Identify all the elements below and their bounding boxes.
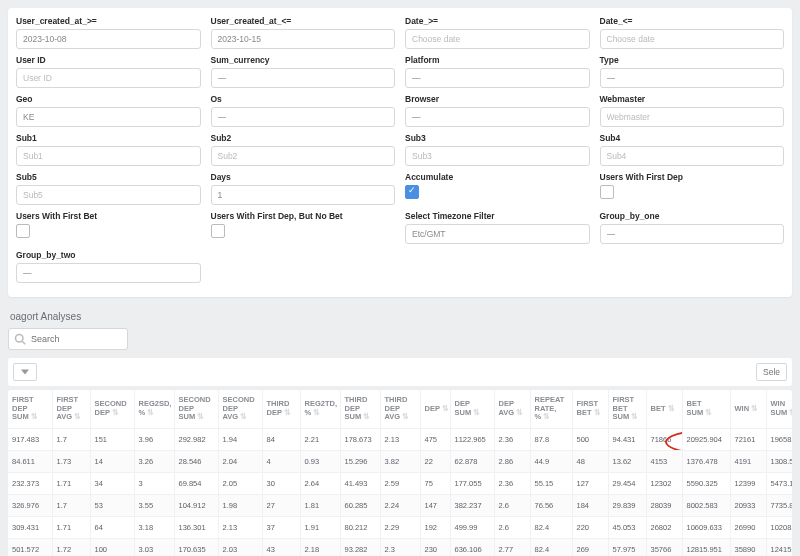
cell: 20925.904	[682, 428, 730, 450]
text-input[interactable]	[16, 68, 201, 88]
checkbox[interactable]	[211, 224, 225, 238]
svg-line-1	[22, 341, 25, 344]
select-input[interactable]: —	[211, 107, 396, 127]
field-empty	[211, 250, 396, 283]
cell: 7735.81	[766, 494, 792, 516]
col-header[interactable]: DEPAVG⇅	[494, 390, 530, 428]
analyses-table: FIRSTDEPSUM⇅FIRSTDEPAVG⇅SECONDDEP⇅REG2SD…	[8, 390, 792, 556]
col-header[interactable]: SECONDDEP⇅	[90, 390, 134, 428]
cell: 14	[90, 450, 134, 472]
col-header[interactable]: WINSUM⇅	[766, 390, 792, 428]
text-input[interactable]	[211, 29, 396, 49]
search-icon	[14, 333, 26, 345]
field-Select Timezone Filter: Select Timezone FilterEtc/GMT	[405, 211, 590, 244]
cell: 2.3	[380, 538, 420, 556]
text-input[interactable]	[600, 29, 785, 49]
field-Sub1: Sub1	[16, 133, 201, 166]
cell: 326.976	[8, 494, 52, 516]
col-header[interactable]: BET⇅	[646, 390, 682, 428]
checkbox[interactable]	[16, 224, 30, 238]
col-header[interactable]: FIRSTDEPAVG⇅	[52, 390, 90, 428]
cell: 1.71	[52, 472, 90, 494]
select-input[interactable]: —	[405, 68, 590, 88]
cell: 1.7	[52, 494, 90, 516]
select-input[interactable]: Etc/GMT	[405, 224, 590, 244]
table-row: 501.5721.721003.03170.6352.03432.1893.28…	[8, 538, 792, 556]
col-header[interactable]: BETSUM⇅	[682, 390, 730, 428]
text-input[interactable]	[405, 29, 590, 49]
select-input[interactable]: —	[405, 107, 590, 127]
checkbox[interactable]	[600, 185, 614, 199]
cell: 2.04	[218, 450, 262, 472]
col-header[interactable]: DEPSUM⇅	[450, 390, 494, 428]
col-header[interactable]: WIN⇅	[730, 390, 766, 428]
columns-dropdown[interactable]	[13, 363, 37, 381]
col-header[interactable]: THIRDDEP⇅	[262, 390, 300, 428]
select-button[interactable]: Sele	[756, 363, 787, 381]
col-header[interactable]: REG2SD,%⇅	[134, 390, 174, 428]
col-header[interactable]: SECONDDEPAVG⇅	[218, 390, 262, 428]
col-header[interactable]: SECONDDEPSUM⇅	[174, 390, 218, 428]
cell: 80.212	[340, 516, 380, 538]
select-input[interactable]: —	[600, 68, 785, 88]
field-label: Sub1	[16, 133, 201, 143]
col-header[interactable]: DEP⇅	[420, 390, 450, 428]
col-header[interactable]: FIRSTDEPSUM⇅	[8, 390, 52, 428]
cell: 499.99	[450, 516, 494, 538]
field-Sub3: Sub3	[405, 133, 590, 166]
select-input[interactable]: 1	[211, 185, 396, 205]
cell: 93.282	[340, 538, 380, 556]
cell: 177.055	[450, 472, 494, 494]
cell: 82.4	[530, 516, 572, 538]
cell: 4153	[646, 450, 682, 472]
cell: 76.56	[530, 494, 572, 516]
col-header[interactable]: REG2TD,%⇅	[300, 390, 340, 428]
cell: 43	[262, 538, 300, 556]
cell: 35890	[730, 538, 766, 556]
cell: 1308.50	[766, 450, 792, 472]
cell: 10208.9	[766, 516, 792, 538]
field-label: Date_>=	[405, 16, 590, 26]
field-Os: Os—	[211, 94, 396, 127]
select-input[interactable]: —	[211, 68, 396, 88]
text-input[interactable]	[405, 146, 590, 166]
select-input[interactable]: —	[16, 263, 201, 283]
checkbox[interactable]	[405, 185, 419, 199]
cell: 44.9	[530, 450, 572, 472]
col-header[interactable]: THIRDDEPAVG⇅	[380, 390, 420, 428]
field-label: User_created_at_<=	[211, 16, 396, 26]
cell: 636.106	[450, 538, 494, 556]
select-input[interactable]: KE	[16, 107, 201, 127]
cell: 2.36	[494, 428, 530, 450]
cell: 1.72	[52, 538, 90, 556]
text-input[interactable]	[211, 146, 396, 166]
col-header[interactable]: FIRSTBET⇅	[572, 390, 608, 428]
text-input[interactable]	[600, 146, 785, 166]
field-label: Users With First Dep	[600, 172, 785, 182]
text-input[interactable]	[16, 185, 201, 205]
col-header[interactable]: REPEATRATE,%⇅	[530, 390, 572, 428]
cell: 8002.583	[682, 494, 730, 516]
field-User ID: User ID	[16, 55, 201, 88]
cell: 1122.965	[450, 428, 494, 450]
cell: 0.93	[300, 450, 340, 472]
select-input[interactable]: —	[600, 224, 785, 244]
col-header[interactable]: FIRSTBETSUM⇅	[608, 390, 646, 428]
field-label: Sub4	[600, 133, 785, 143]
cell: 26802	[646, 516, 682, 538]
text-input[interactable]	[600, 107, 785, 127]
cell: 2.18	[300, 538, 340, 556]
col-header[interactable]: THIRDDEPSUM⇅	[340, 390, 380, 428]
cell: 1.81	[300, 494, 340, 516]
cell: 1.94	[218, 428, 262, 450]
cell: 3.82	[380, 450, 420, 472]
cell: 2.36	[494, 472, 530, 494]
cell: 3.96	[134, 428, 174, 450]
cell: 2.21	[300, 428, 340, 450]
field-label: Sum_currency	[211, 55, 396, 65]
search-input[interactable]	[8, 328, 128, 350]
text-input[interactable]	[16, 29, 201, 49]
text-input[interactable]	[16, 146, 201, 166]
field-label: User_created_at_>=	[16, 16, 201, 26]
cell: 3.18	[134, 516, 174, 538]
